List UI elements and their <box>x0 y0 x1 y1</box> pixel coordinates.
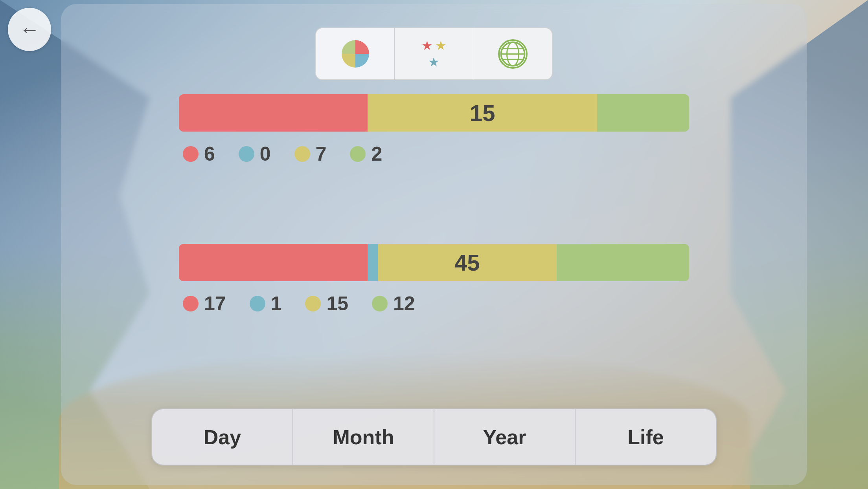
bar-2-green <box>557 244 689 281</box>
tab-month-label: Month <box>333 425 394 449</box>
star-red: ★ <box>421 38 433 53</box>
legend-2: 17 1 15 12 <box>179 292 689 315</box>
tab-bar: Day Month Year Life <box>151 408 717 465</box>
tab-pie[interactable] <box>316 28 395 79</box>
bar-2-yellow: 45 <box>378 244 556 281</box>
tab-life[interactable]: Life <box>576 409 716 465</box>
star-gold: ★ <box>435 38 447 53</box>
dot-yellow-1 <box>294 146 310 162</box>
tab-day-label: Day <box>204 425 241 449</box>
bar-2-value: 45 <box>454 249 480 276</box>
legend-1-teal: 0 <box>239 143 271 165</box>
back-arrow-icon: ← <box>19 19 40 40</box>
dot-yellow-2 <box>305 296 321 311</box>
tab-stars[interactable]: ★ ★ ★ <box>395 28 473 79</box>
legend-value-2-red: 17 <box>204 292 226 315</box>
bar-2-red <box>179 244 368 281</box>
legend-2-red: 17 <box>183 292 226 315</box>
bar-2: 45 <box>179 244 689 281</box>
legend-value-2-yellow: 15 <box>326 292 348 315</box>
chart-2: 45 17 1 15 12 <box>179 244 689 315</box>
main-panel: ★ ★ ★ <box>61 4 807 485</box>
icon-bar: ★ ★ ★ <box>315 27 553 80</box>
dot-red-2 <box>183 296 199 311</box>
tab-month[interactable]: Month <box>293 409 434 465</box>
bar-1: 15 <box>179 94 689 132</box>
legend-1-yellow: 7 <box>294 143 327 165</box>
spacer <box>179 181 689 244</box>
legend-2-green: 12 <box>372 292 415 315</box>
charts-area: 15 6 0 7 2 <box>179 94 689 331</box>
dot-teal-2 <box>250 296 265 311</box>
tab-year-label: Year <box>483 425 526 449</box>
legend-value-2-teal: 1 <box>271 292 282 315</box>
dot-green-2 <box>372 296 388 311</box>
legend-value-1-red: 6 <box>204 143 215 165</box>
legend-1-green: 2 <box>350 143 382 165</box>
pie-chart-icon <box>342 40 369 68</box>
legend-value-1-green: 2 <box>371 143 382 165</box>
legend-value-2-green: 12 <box>393 292 415 315</box>
tab-life-label: Life <box>627 425 664 449</box>
bar-1-yellow: 15 <box>368 94 597 132</box>
legend-1: 6 0 7 2 <box>179 143 689 165</box>
legend-2-teal: 1 <box>250 292 282 315</box>
back-button[interactable]: ← <box>8 8 51 51</box>
bar-1-red <box>179 94 368 132</box>
chart-1: 15 6 0 7 2 <box>179 94 689 165</box>
stars-icon: ★ ★ ★ <box>421 38 447 70</box>
legend-2-yellow: 15 <box>305 292 348 315</box>
dot-red-1 <box>183 146 199 162</box>
legend-value-1-teal: 0 <box>260 143 271 165</box>
tab-year[interactable]: Year <box>434 409 576 465</box>
bar-1-green <box>597 94 689 132</box>
tab-day[interactable]: Day <box>152 409 293 465</box>
bar-2-teal <box>368 244 378 281</box>
tab-globe[interactable] <box>473 28 552 79</box>
globe-icon <box>498 39 528 69</box>
dot-teal-1 <box>239 146 254 162</box>
legend-1-red: 6 <box>183 143 215 165</box>
dot-green-1 <box>350 146 366 162</box>
star-teal: ★ <box>428 55 440 70</box>
bar-1-value: 15 <box>470 100 495 126</box>
legend-value-1-yellow: 7 <box>316 143 327 165</box>
